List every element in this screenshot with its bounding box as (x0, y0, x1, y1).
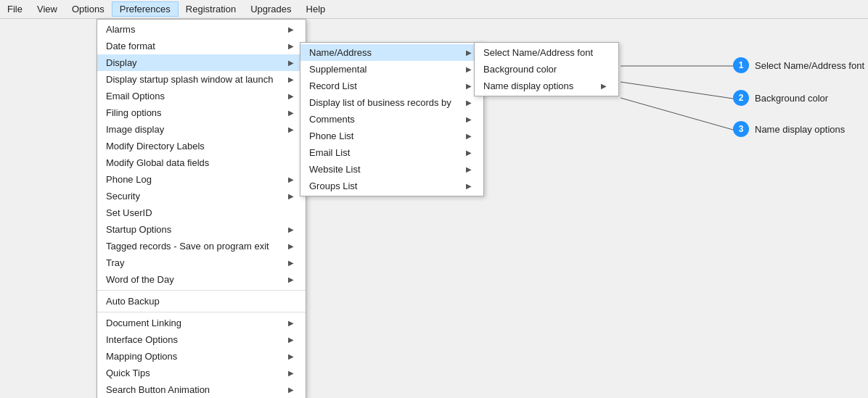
display-phone-list[interactable]: Phone List▶ (300, 128, 483, 144)
svg-line-1 (621, 82, 733, 99)
name-display-options[interactable]: Name display options▶ (475, 78, 618, 94)
display-comments[interactable]: Comments▶ (300, 111, 483, 128)
display-supplemental[interactable]: Supplemental▶ (300, 61, 483, 78)
annotation-3: 3 Name display options (733, 121, 845, 137)
display-record-list[interactable]: Record List▶ (300, 78, 483, 94)
pref-filing-options[interactable]: Filing options▶ (97, 104, 306, 121)
pref-document-linking[interactable]: Document Linking▶ (97, 315, 306, 331)
menubar-view[interactable]: View (30, 2, 65, 16)
display-groups-list[interactable]: Groups List▶ (300, 178, 483, 194)
pref-tagged-records[interactable]: Tagged records - Save on program exit▶ (97, 238, 306, 254)
sep2 (97, 312, 306, 312)
pref-search-button[interactable]: Search Button Animation▶ (97, 381, 306, 398)
callout-text-2: Background color (755, 93, 828, 104)
display-email-list[interactable]: Email List▶ (300, 144, 483, 161)
annotation-1: 1 Select Name/Address font (733, 57, 864, 73)
callout-badge-3: 3 (733, 121, 749, 137)
pref-image-display[interactable]: Image display▶ (97, 121, 306, 138)
pref-security[interactable]: Security▶ (97, 188, 306, 204)
annotation-2: 2 Background color (733, 90, 828, 106)
pref-set-userid[interactable]: Set UserID (97, 204, 306, 221)
preferences-dropdown: Alarms▶ Date format▶ Display▶ Display st… (97, 19, 306, 398)
menubar-preferences[interactable]: Preferences (112, 1, 179, 17)
display-website-list[interactable]: Website List▶ (300, 161, 483, 178)
menubar-upgrades[interactable]: Upgrades (243, 2, 298, 16)
callout-badge-2: 2 (733, 90, 749, 106)
pref-mapping-options[interactable]: Mapping Options▶ (97, 348, 306, 365)
display-submenu: Name/Address▶ Supplemental▶ Record List▶… (300, 42, 484, 196)
pref-modify-dir-labels[interactable]: Modify Directory Labels (97, 138, 306, 154)
display-business-records[interactable]: Display list of business records by▶ (300, 94, 483, 111)
pref-date-format[interactable]: Date format▶ (97, 38, 306, 54)
callout-badge-1: 1 (733, 57, 749, 73)
menubar: File View Options Preferences Registrati… (0, 0, 868, 19)
svg-line-2 (621, 98, 733, 130)
name-address-submenu: Select Name/Address font Background colo… (474, 42, 619, 96)
pref-email-options[interactable]: Email Options▶ (97, 88, 306, 104)
menubar-file[interactable]: File (0, 2, 30, 16)
background-color[interactable]: Background color (475, 61, 618, 78)
pref-display[interactable]: Display▶ (97, 54, 306, 71)
menubar-options[interactable]: Options (65, 2, 112, 16)
pref-word-of-day[interactable]: Word of the Day▶ (97, 271, 306, 288)
sep1 (97, 290, 306, 291)
menubar-registration[interactable]: Registration (179, 2, 243, 16)
menubar-help[interactable]: Help (299, 2, 333, 16)
pref-alarms[interactable]: Alarms▶ (97, 21, 306, 38)
pref-modify-global[interactable]: Modify Global data fields (97, 154, 306, 171)
callout-text-1: Select Name/Address font (755, 60, 864, 71)
pref-auto-backup[interactable]: Auto Backup (97, 293, 306, 310)
pref-startup-options[interactable]: Startup Options▶ (97, 221, 306, 238)
pref-phone-log[interactable]: Phone Log▶ (97, 171, 306, 188)
display-name-address[interactable]: Name/Address▶ (300, 44, 483, 61)
name-address-font[interactable]: Select Name/Address font (475, 44, 618, 61)
pref-startup-splash[interactable]: Display startup splash window at launch▶ (97, 71, 306, 88)
pref-interface-options[interactable]: Interface Options▶ (97, 331, 306, 348)
pref-tray[interactable]: Tray▶ (97, 254, 306, 271)
pref-quick-tips[interactable]: Quick Tips▶ (97, 365, 306, 381)
callout-text-3: Name display options (755, 124, 845, 135)
